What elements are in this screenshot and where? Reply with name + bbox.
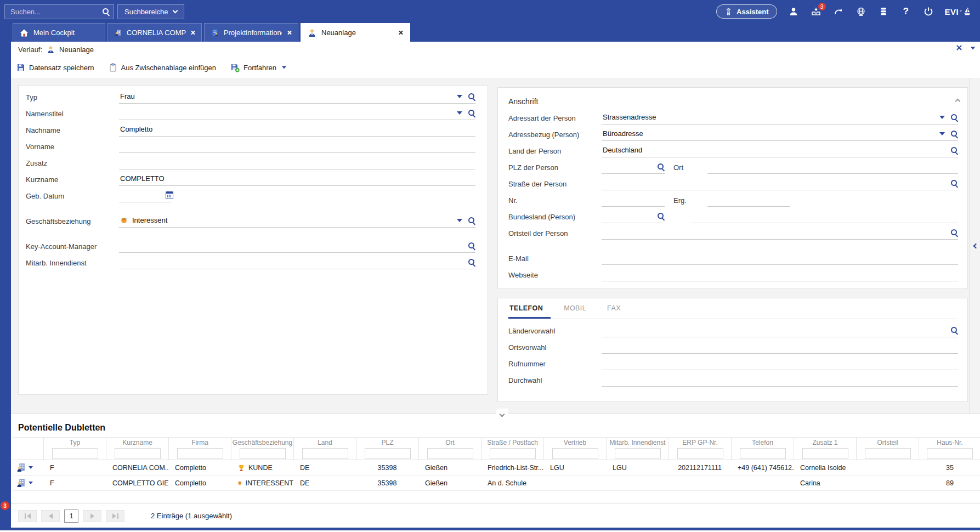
view-menu-icon[interactable] xyxy=(971,47,975,50)
tab-telefon[interactable]: TELEFON xyxy=(508,304,551,319)
globe-icon[interactable] xyxy=(855,5,867,18)
dropdown-icon[interactable] xyxy=(457,219,462,222)
ort-input[interactable] xyxy=(707,162,958,172)
right-splitter[interactable] xyxy=(969,78,970,414)
mitarb-innendienst-input[interactable] xyxy=(119,258,475,267)
collapse-panel-icon[interactable] xyxy=(956,95,960,105)
row-menu-icon[interactable] xyxy=(29,466,33,469)
search-icon[interactable] xyxy=(102,8,110,15)
lookup-icon[interactable] xyxy=(657,212,665,220)
column-filter-input[interactable] xyxy=(52,448,98,459)
kurzname-input[interactable] xyxy=(119,174,475,184)
column-filter-input[interactable] xyxy=(302,448,348,459)
row-menu-icon[interactable] xyxy=(29,482,33,484)
collapse-duplicates-icon[interactable] xyxy=(496,409,508,418)
power-icon[interactable] xyxy=(922,5,934,18)
user-icon[interactable] xyxy=(788,5,800,18)
column-filter-input[interactable] xyxy=(490,448,536,459)
column-filter-input[interactable] xyxy=(615,448,661,459)
column-filter-input[interactable] xyxy=(427,448,473,459)
typ-input[interactable] xyxy=(119,92,475,101)
durchwahl-input[interactable] xyxy=(602,375,958,384)
dropdown-icon[interactable] xyxy=(939,132,945,135)
column-filter-input[interactable] xyxy=(927,448,973,459)
help-icon[interactable]: ? xyxy=(900,5,912,18)
table-row[interactable]: F COMPLETTO GIE... Completto INTERESSENT… xyxy=(13,476,980,491)
calendar-icon[interactable] xyxy=(166,191,173,199)
webseite-input[interactable] xyxy=(602,270,958,279)
column-filter-input[interactable] xyxy=(677,448,723,459)
current-page-box[interactable]: 1 xyxy=(64,510,78,523)
rufnummer-input[interactable] xyxy=(602,359,958,368)
tab-fax[interactable]: FAX xyxy=(606,304,628,319)
tab-neuanlage[interactable]: Neuanlage xyxy=(301,23,410,42)
dropdown-icon[interactable] xyxy=(457,95,462,98)
namenstitel-input[interactable] xyxy=(119,109,475,118)
dropdown-icon[interactable] xyxy=(457,111,462,115)
strasse-input[interactable] xyxy=(602,179,958,188)
lookup-icon[interactable] xyxy=(468,109,475,117)
nachname-input[interactable] xyxy=(119,125,475,134)
geb-datum-input[interactable] xyxy=(119,191,171,200)
close-tab-icon[interactable] xyxy=(191,30,195,35)
lookup-icon[interactable] xyxy=(468,93,475,100)
tab-mobil[interactable]: MOBIL xyxy=(563,304,594,319)
lookup-icon[interactable] xyxy=(950,130,958,138)
save-record-button[interactable]: Datensatz speichern xyxy=(16,63,94,72)
lookup-icon[interactable] xyxy=(468,242,475,250)
lookup-icon[interactable] xyxy=(468,217,475,224)
column-filter-input[interactable] xyxy=(177,448,223,459)
column-filter-input[interactable] xyxy=(240,448,286,459)
bundesland-input[interactable] xyxy=(602,212,665,221)
dropdown-icon[interactable] xyxy=(939,116,945,119)
column-filter-input[interactable] xyxy=(740,448,786,459)
ortsvorwahl-input[interactable] xyxy=(602,342,958,352)
redo-icon[interactable] xyxy=(832,5,845,18)
continue-menu-icon[interactable] xyxy=(282,66,286,69)
tab-mein-cockpit[interactable]: Mein Cockpit xyxy=(13,23,105,42)
column-filter-input[interactable] xyxy=(365,448,411,459)
adressart-input[interactable] xyxy=(602,113,958,122)
lookup-icon[interactable] xyxy=(950,326,958,334)
vorname-input[interactable] xyxy=(119,142,475,151)
close-view-icon[interactable] xyxy=(956,44,964,52)
close-tab-icon[interactable] xyxy=(287,30,291,35)
tab-projektinformationen[interactable]: Projektinformatione... xyxy=(204,23,298,42)
inbox-icon[interactable]: 3 xyxy=(810,5,822,18)
email-input[interactable] xyxy=(602,253,958,263)
collapse-right-icon[interactable] xyxy=(974,240,978,250)
plz-input[interactable] xyxy=(602,162,665,172)
laendervorwahl-input[interactable] xyxy=(602,326,958,335)
zusatz-input[interactable] xyxy=(119,158,475,167)
lookup-icon[interactable] xyxy=(468,258,475,266)
search-input[interactable] xyxy=(4,4,114,19)
close-tab-icon[interactable] xyxy=(398,30,403,35)
nr-input[interactable] xyxy=(602,195,665,205)
lookup-icon[interactable] xyxy=(950,114,958,121)
bundesland-text-input[interactable] xyxy=(691,212,958,221)
column-filter-input[interactable] xyxy=(115,448,161,459)
key-account-manager-input[interactable] xyxy=(119,241,475,251)
rail-notification-badge[interactable]: 3 xyxy=(1,501,9,510)
erg-input[interactable] xyxy=(707,195,790,205)
column-filter-input[interactable] xyxy=(552,448,598,459)
column-filter-input[interactable] xyxy=(802,448,848,459)
land-input[interactable] xyxy=(602,146,958,155)
lookup-icon[interactable] xyxy=(950,179,958,187)
lookup-icon[interactable] xyxy=(950,229,958,236)
prev-page-button[interactable] xyxy=(41,510,60,522)
paste-clipboard-button[interactable]: Aus Zwischenablage einfügen xyxy=(109,63,216,72)
search-scope-button[interactable]: Suchbereiche xyxy=(117,4,184,19)
assistant-button[interactable]: Assistent xyxy=(716,4,777,19)
column-filter-input[interactable] xyxy=(865,448,911,459)
last-page-button[interactable] xyxy=(106,510,124,522)
ortsteil-input[interactable] xyxy=(602,228,958,237)
lookup-icon[interactable] xyxy=(950,146,958,154)
adressbezug-input[interactable] xyxy=(602,129,958,139)
lookup-icon[interactable] xyxy=(657,163,665,171)
first-page-button[interactable] xyxy=(18,510,37,522)
database-icon[interactable] xyxy=(877,5,890,18)
next-page-button[interactable] xyxy=(83,510,101,522)
tab-cornelia-completto[interactable]: CORNELIA COMPLE... xyxy=(107,23,202,42)
geschaeftsbeziehung-value[interactable]: Interessent xyxy=(132,216,167,224)
